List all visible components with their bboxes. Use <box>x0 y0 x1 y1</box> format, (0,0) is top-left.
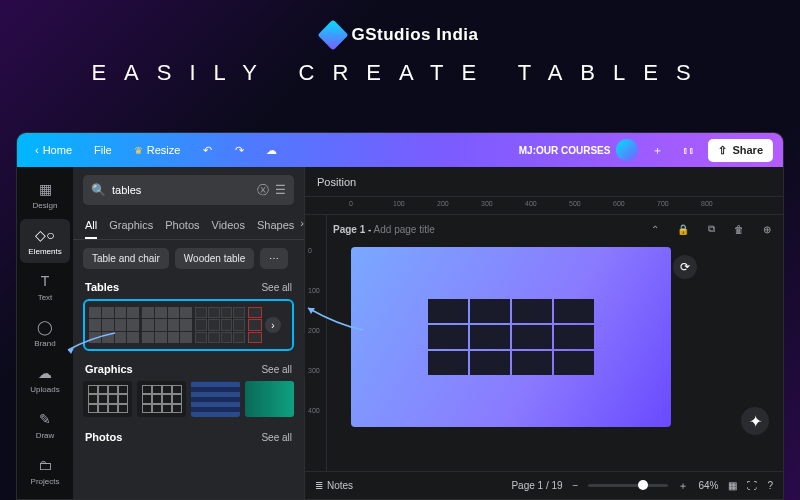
table-preset-1[interactable] <box>89 307 139 343</box>
rail-draw-label: Draw <box>36 431 55 440</box>
canvas-page[interactable]: ⟳ <box>351 247 671 427</box>
table-preset-4[interactable] <box>248 307 262 343</box>
fullscreen-button[interactable]: ⛶ <box>747 480 757 491</box>
magic-button[interactable]: ✦ <box>741 407 769 435</box>
rail-text-label: Text <box>38 293 53 302</box>
collapse-page-button[interactable]: ⌃ <box>645 219 665 239</box>
ruler-h-tick: 600 <box>613 200 625 207</box>
brand-lockup: GStudios India <box>322 24 479 46</box>
page-title-input[interactable]: Add page title <box>374 224 435 235</box>
tables-heading: Tables <box>85 281 119 293</box>
ruler-v-tick: 200 <box>308 327 320 334</box>
search-bar[interactable]: 🔍 ⓧ ☰ <box>83 175 294 205</box>
zoom-in-button[interactable]: ＋ <box>678 479 688 493</box>
chip-wooden-table[interactable]: Wooden table <box>175 248 255 269</box>
undo-button[interactable]: ↶ <box>194 137 220 163</box>
project-name[interactable]: MJ:OUR COURSES <box>519 145 611 156</box>
page-indicator[interactable]: Page 1 / 19 <box>511 480 562 491</box>
graphic-1[interactable] <box>83 381 132 417</box>
undo-icon: ↶ <box>203 144 212 157</box>
ruler-v-tick: 300 <box>308 367 320 374</box>
sparkle-icon: ✦ <box>749 412 762 431</box>
lock-page-button[interactable]: 🔒 <box>673 219 693 239</box>
tab-shapes[interactable]: Shapes <box>257 213 294 239</box>
rail-draw[interactable]: ✎ Draw <box>20 403 70 447</box>
tab-photos[interactable]: Photos <box>165 213 199 239</box>
resize-label: Resize <box>147 144 181 156</box>
tab-all[interactable]: All <box>85 213 97 239</box>
add-collaborator-button[interactable]: ＋ <box>644 137 670 163</box>
tab-graphics[interactable]: Graphics <box>109 213 153 239</box>
rail-design[interactable]: ▦ Design <box>20 173 70 217</box>
rail-projects-label: Projects <box>31 477 60 486</box>
duplicate-page-button[interactable]: ⧉ <box>701 219 721 239</box>
page-bar: Page 1 - Add page title ⌃ 🔒 ⧉ 🗑 ⊕ <box>327 215 783 243</box>
delete-page-button[interactable]: 🗑 <box>729 219 749 239</box>
plus-icon: ＋ <box>652 143 663 158</box>
page-number-prefix: Page 1 - <box>333 224 371 235</box>
graphic-3[interactable] <box>191 381 240 417</box>
search-icon: 🔍 <box>91 183 106 197</box>
canvas-table-element[interactable] <box>428 299 594 375</box>
shapes-icon: ◇○ <box>36 226 54 244</box>
rail-elements[interactable]: ◇○ Elements <box>20 219 70 263</box>
add-page-button[interactable]: ⊕ <box>757 219 777 239</box>
clear-search-button[interactable]: ⓧ <box>257 182 269 199</box>
ruler-h-tick: 700 <box>657 200 669 207</box>
brand-name: GStudios India <box>352 25 479 45</box>
graphics-carousel <box>83 381 294 417</box>
table-preset-3[interactable] <box>195 307 245 343</box>
rail-uploads[interactable]: ☁ Uploads <box>20 357 70 401</box>
top-menubar: ‹ Home File ♛ Resize ↶ ↷ ☁ MJ:OUR COURSE… <box>17 133 783 167</box>
footer-bar: ≣Notes Page 1 / 19 − ＋ 64% ▦ ⛶ ? <box>305 471 783 499</box>
rail-text[interactable]: T Text <box>20 265 70 309</box>
graphics-see-all[interactable]: See all <box>261 364 292 375</box>
photos-heading: Photos <box>85 431 122 443</box>
graphic-2[interactable] <box>137 381 186 417</box>
rail-brand[interactable]: ◯ Brand <box>20 311 70 355</box>
help-button[interactable]: ? <box>767 480 773 491</box>
tab-videos[interactable]: Videos <box>212 213 245 239</box>
resize-menu[interactable]: ♛ Resize <box>126 140 189 160</box>
zoom-out-button[interactable]: − <box>573 480 579 491</box>
filter-icon[interactable]: ☰ <box>275 183 286 197</box>
zoom-slider[interactable] <box>588 484 668 487</box>
tables-see-all[interactable]: See all <box>261 282 292 293</box>
toolbar-position[interactable]: Position <box>317 176 356 188</box>
zoom-level[interactable]: 64% <box>698 480 718 491</box>
chip-more[interactable]: ⋯ <box>260 248 288 269</box>
refresh-button[interactable]: ⟳ <box>673 255 697 279</box>
file-menu[interactable]: File <box>86 140 120 160</box>
search-input[interactable] <box>112 184 251 196</box>
tables-next-button[interactable]: › <box>265 317 281 333</box>
grid-view-button[interactable]: ▦ <box>728 480 737 491</box>
graphic-4[interactable] <box>245 381 294 417</box>
cloud-sync-button[interactable]: ☁ <box>258 137 284 163</box>
avatar[interactable] <box>616 139 638 161</box>
ruler-h-tick: 400 <box>525 200 537 207</box>
bar-chart-icon: ⫾⫾ <box>683 144 695 156</box>
file-label: File <box>94 144 112 156</box>
notes-button[interactable]: ≣Notes <box>315 480 353 491</box>
ruler-horizontal: 0 100 200 300 400 500 600 700 800 <box>305 197 783 215</box>
chevron-left-icon: ‹ <box>35 144 39 156</box>
stage[interactable]: Page 1 - Add page title ⌃ 🔒 ⧉ 🗑 ⊕ ⟳ <box>327 215 783 471</box>
page-label: Page 1 - Add page title <box>333 224 435 235</box>
table-preset-2[interactable] <box>142 307 192 343</box>
panel-tabs: All Graphics Photos Videos Shapes › <box>73 213 304 240</box>
notes-label: Notes <box>327 480 353 491</box>
analytics-button[interactable]: ⫾⫾ <box>676 137 702 163</box>
redo-button[interactable]: ↷ <box>226 137 252 163</box>
rail-elements-label: Elements <box>28 247 61 256</box>
rail-projects[interactable]: 🗀 Projects <box>20 449 70 493</box>
home-button[interactable]: ‹ Home <box>27 140 80 160</box>
cloud-icon: ☁ <box>266 144 277 157</box>
share-button[interactable]: ⇧ Share <box>708 139 773 162</box>
cloud-upload-icon: ☁ <box>36 364 54 382</box>
rail-brand-label: Brand <box>34 339 55 348</box>
tabs-scroll-right[interactable]: › <box>300 217 304 229</box>
photos-see-all[interactable]: See all <box>261 432 292 443</box>
chip-table-and-chair[interactable]: Table and chair <box>83 248 169 269</box>
ruler-vertical: 0 100 200 300 400 <box>305 215 327 471</box>
zoom-slider-knob[interactable] <box>638 480 648 490</box>
